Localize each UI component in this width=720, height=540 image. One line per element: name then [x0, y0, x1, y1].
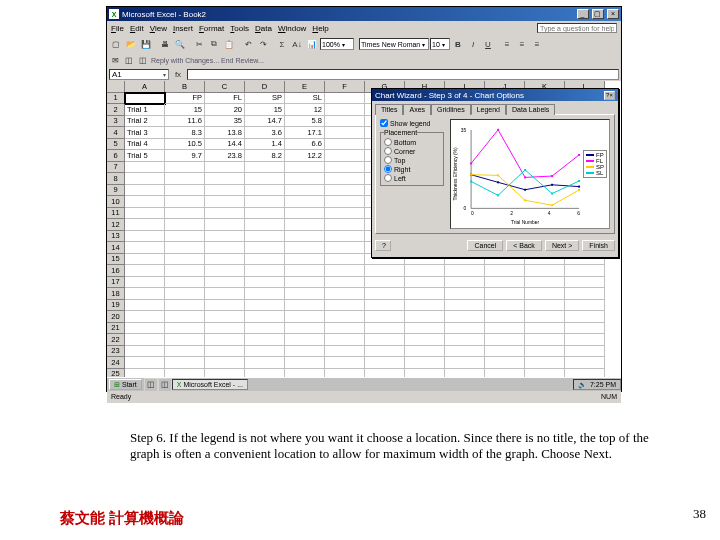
save-icon[interactable]: 💾: [139, 37, 153, 51]
copy-icon[interactable]: ⧉: [207, 37, 221, 51]
cell[interactable]: [125, 219, 165, 231]
cell[interactable]: 14.7: [245, 116, 285, 128]
row-header[interactable]: 3: [107, 116, 125, 128]
cell[interactable]: Trial 3: [125, 127, 165, 139]
cell[interactable]: [245, 196, 285, 208]
cell[interactable]: [325, 104, 365, 116]
paste-icon[interactable]: 📋: [222, 37, 236, 51]
menu-file[interactable]: File: [111, 24, 124, 33]
cell[interactable]: [525, 369, 565, 378]
cell[interactable]: [245, 311, 285, 323]
col-header[interactable]: C: [205, 81, 245, 93]
cell[interactable]: SL: [285, 93, 325, 105]
placement-left[interactable]: Left: [384, 174, 440, 182]
quick-launch-icon[interactable]: ◫: [144, 378, 158, 392]
menu-window[interactable]: Window: [278, 24, 306, 33]
cell[interactable]: [285, 231, 325, 243]
cell[interactable]: [165, 254, 205, 266]
cell[interactable]: [125, 254, 165, 266]
cell[interactable]: [285, 265, 325, 277]
cell[interactable]: [165, 334, 205, 346]
cell[interactable]: [525, 311, 565, 323]
cell[interactable]: [565, 265, 605, 277]
cell[interactable]: [405, 357, 445, 369]
cell[interactable]: [165, 242, 205, 254]
row-header[interactable]: 19: [107, 300, 125, 312]
cell[interactable]: [125, 265, 165, 277]
cell[interactable]: [405, 300, 445, 312]
cell[interactable]: 17.1: [285, 127, 325, 139]
row-header[interactable]: 24: [107, 357, 125, 369]
cell[interactable]: [325, 173, 365, 185]
cell[interactable]: [365, 277, 405, 289]
cell[interactable]: [205, 196, 245, 208]
cell[interactable]: [165, 369, 205, 378]
cell[interactable]: [245, 277, 285, 289]
cell[interactable]: [165, 311, 205, 323]
cell[interactable]: [525, 346, 565, 358]
placement-right[interactable]: Right: [384, 165, 440, 173]
next-button[interactable]: Next >: [545, 240, 579, 251]
cell[interactable]: [405, 288, 445, 300]
help-search[interactable]: [537, 23, 617, 33]
cell[interactable]: [325, 357, 365, 369]
cell[interactable]: [325, 300, 365, 312]
row-header[interactable]: 6: [107, 150, 125, 162]
start-button[interactable]: ⊞ Start: [109, 379, 142, 390]
col-header[interactable]: E: [285, 81, 325, 93]
cell[interactable]: [165, 323, 205, 335]
cell[interactable]: 15: [165, 104, 205, 116]
cell[interactable]: [325, 127, 365, 139]
cell[interactable]: [285, 334, 325, 346]
cell[interactable]: [245, 231, 285, 243]
menu-data[interactable]: Data: [255, 24, 272, 33]
cell[interactable]: [325, 196, 365, 208]
cell[interactable]: [125, 208, 165, 220]
align-right-icon[interactable]: ≡: [530, 37, 544, 51]
cell[interactable]: [365, 288, 405, 300]
cell[interactable]: [165, 231, 205, 243]
cell[interactable]: [205, 173, 245, 185]
cell[interactable]: [125, 173, 165, 185]
tray-icon[interactable]: 🔊: [578, 381, 587, 389]
row-header[interactable]: 14: [107, 242, 125, 254]
cell[interactable]: [365, 334, 405, 346]
cell[interactable]: [365, 357, 405, 369]
cell[interactable]: [285, 242, 325, 254]
cell[interactable]: [205, 162, 245, 174]
row-header[interactable]: 5: [107, 139, 125, 151]
cell[interactable]: [165, 185, 205, 197]
formula-input[interactable]: [187, 69, 619, 80]
cell[interactable]: [445, 334, 485, 346]
wizard-tab-titles[interactable]: Titles: [375, 104, 403, 115]
cell[interactable]: [125, 300, 165, 312]
cell[interactable]: [445, 346, 485, 358]
cell[interactable]: [485, 265, 525, 277]
cell[interactable]: [485, 277, 525, 289]
row-header[interactable]: 22: [107, 334, 125, 346]
cell[interactable]: [325, 242, 365, 254]
row-header[interactable]: 15: [107, 254, 125, 266]
cell[interactable]: [165, 277, 205, 289]
cell[interactable]: [125, 196, 165, 208]
cell[interactable]: Trial 1: [125, 104, 165, 116]
cell[interactable]: [205, 254, 245, 266]
wizard-tab-gridlines[interactable]: Gridlines: [431, 104, 471, 115]
cell[interactable]: [325, 277, 365, 289]
col-header[interactable]: B: [165, 81, 205, 93]
cell[interactable]: 13.8: [205, 127, 245, 139]
cell[interactable]: [285, 323, 325, 335]
cell[interactable]: [205, 288, 245, 300]
cell[interactable]: [325, 139, 365, 151]
cell[interactable]: [485, 288, 525, 300]
cell[interactable]: [245, 162, 285, 174]
cell[interactable]: [325, 311, 365, 323]
row-header[interactable]: 13: [107, 231, 125, 243]
placement-top[interactable]: Top: [384, 156, 440, 164]
cell[interactable]: [165, 219, 205, 231]
row-header[interactable]: 21: [107, 323, 125, 335]
cell[interactable]: [525, 334, 565, 346]
cell[interactable]: [245, 300, 285, 312]
cell[interactable]: FL: [205, 93, 245, 105]
col-header[interactable]: F: [325, 81, 365, 93]
